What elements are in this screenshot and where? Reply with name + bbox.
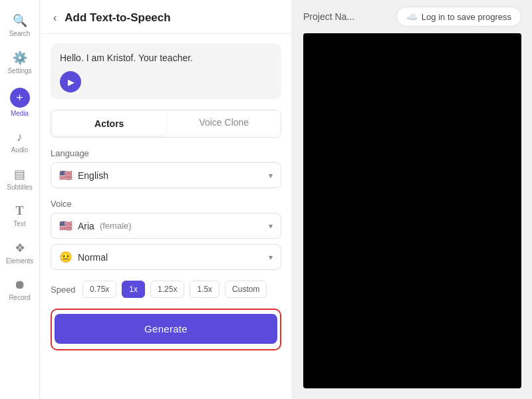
tab-actors[interactable]: Actors (53, 112, 166, 136)
voice-actor-dropdown[interactable]: 🇺🇸 Aria (female) ▾ (51, 213, 281, 239)
voice-style-value: 😐 Normal (59, 251, 108, 263)
sidebar-item-media[interactable]: + Media (3, 82, 37, 122)
language-label: Language (51, 148, 281, 158)
speed-1x[interactable]: 1x (122, 281, 145, 298)
login-label: Log in to save progress (422, 12, 511, 22)
plus-icon: + (10, 88, 30, 108)
preview-text: Hello. I am Kristof. Your teacher. (60, 53, 272, 63)
text-icon: T (15, 204, 23, 218)
text-preview-box: Hello. I am Kristof. Your teacher. ▶ (51, 43, 281, 99)
sidebar-item-search[interactable]: 🔍 Search (3, 8, 37, 43)
voice-actor-value: 🇺🇸 Aria (female) (59, 219, 132, 232)
back-button[interactable]: ‹ (51, 11, 59, 25)
language-text: English (78, 170, 108, 181)
language-dropdown[interactable]: 🇺🇸 English ▾ (51, 162, 281, 188)
generate-wrapper: Generate (51, 309, 281, 350)
voice-style-dropdown[interactable]: 😐 Normal ▾ (51, 244, 281, 270)
voice-actor-type: (female) (100, 221, 132, 231)
sidebar-item-subtitles[interactable]: ▤ Subtitles (3, 162, 37, 196)
speed-custom[interactable]: Custom (225, 281, 267, 298)
chevron-down-icon: ▾ (269, 221, 273, 231)
main-canvas-area: Project Na... ☁️ Log in to save progress (293, 0, 532, 399)
sidebar-item-label: Elements (6, 257, 34, 265)
sidebar-item-label: Audio (11, 146, 29, 154)
sidebar-item-text[interactable]: T Text (3, 199, 37, 233)
elements-icon: ❖ (15, 241, 25, 255)
speed-15x[interactable]: 1.5x (190, 281, 219, 298)
play-button[interactable]: ▶ (60, 71, 81, 92)
panel-header: ‹ Add Text-to-Speech (40, 0, 292, 34)
language-value: 🇺🇸 English (59, 169, 108, 182)
language-flag: 🇺🇸 (59, 169, 72, 182)
sidebar-item-label: Search (9, 30, 31, 37)
language-section: Language 🇺🇸 English ▾ (51, 148, 281, 188)
project-name: Project Na... (303, 11, 354, 22)
voice-actor-flag: 🇺🇸 (59, 219, 72, 232)
voice-style-emoji: 😐 (59, 251, 72, 263)
generate-button[interactable]: Generate (55, 314, 277, 344)
login-button[interactable]: ☁️ Log in to save progress (396, 7, 521, 27)
sidebar-item-record[interactable]: ⏺ Record (3, 273, 37, 307)
settings-icon: ⚙️ (13, 51, 27, 65)
chevron-down-icon: ▾ (269, 171, 273, 180)
sidebar-item-label: Settings (7, 67, 31, 74)
voice-tabs: Actors Voice Clone (51, 110, 281, 138)
voice-section: Voice 🇺🇸 Aria (female) ▾ 😐 Normal ▾ (51, 199, 281, 270)
panel-title: Add Text-to-Speech (65, 11, 170, 25)
canvas (303, 33, 521, 388)
sidebar-item-elements[interactable]: ❖ Elements (3, 235, 37, 270)
sidebar-item-label: Text (13, 220, 25, 227)
tab-voice-clone[interactable]: Voice Clone (168, 110, 281, 137)
subtitles-icon: ▤ (14, 167, 25, 182)
voice-style-text: Normal (78, 252, 108, 263)
cloud-icon: ☁️ (406, 11, 418, 22)
sidebar-item-audio[interactable]: ♪ Audio (3, 125, 37, 159)
sidebar-item-label: Record (9, 294, 30, 301)
left-navigation: 🔍 Search ⚙️ Settings + Media ♪ Audio ▤ S… (0, 0, 40, 399)
voice-label: Voice (51, 199, 281, 209)
speed-125x[interactable]: 1.25x (150, 281, 184, 298)
sidebar-item-label: Media (11, 110, 29, 117)
panel-content: Hello. I am Kristof. Your teacher. ▶ Act… (40, 34, 292, 360)
side-panel: ‹ Add Text-to-Speech Hello. I am Kristof… (40, 0, 293, 399)
speed-075x[interactable]: 0.75x (82, 281, 116, 298)
sidebar-item-settings[interactable]: ⚙️ Settings (3, 45, 37, 80)
audio-icon: ♪ (17, 130, 23, 144)
voice-actor-name: Aria (78, 221, 94, 231)
speed-section: Speed 0.75x 1x 1.25x 1.5x Custom (51, 281, 281, 298)
search-icon: 🔍 (13, 13, 27, 28)
speed-label: Speed (51, 285, 77, 295)
top-bar: Project Na... ☁️ Log in to save progress (293, 0, 532, 33)
sidebar-item-label: Subtitles (7, 184, 32, 191)
play-icon: ▶ (68, 77, 74, 87)
record-icon: ⏺ (14, 278, 26, 292)
chevron-down-icon: ▾ (269, 253, 273, 262)
